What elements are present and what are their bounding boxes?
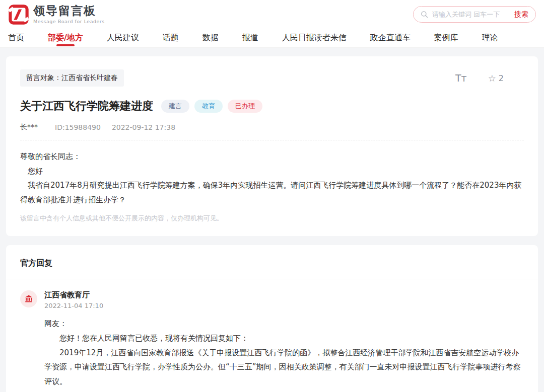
tag-education[interactable]: 教育: [194, 100, 223, 113]
site-logo[interactable]: 领导留言板 Message Board for Leaders: [8, 4, 105, 25]
message-title: 关于江西飞行学院筹建进度: [20, 99, 153, 114]
agency-name: 江西省教育厅: [44, 290, 103, 300]
nav-item-gov-enterprise[interactable]: 政企直通车: [370, 29, 411, 48]
star-favorite-button[interactable]: ☆ 2: [488, 73, 504, 84]
logo-icon: [8, 4, 29, 25]
reply-section-title: 官方回复: [20, 258, 524, 269]
message-paragraph: 我省自2017年8月研究提出江西飞行学院筹建方案，确保3年内实现招生运营。请问江…: [20, 178, 524, 207]
nav-item-reader-letters[interactable]: 人民日报读者来信: [282, 29, 347, 48]
nav-item-case-library[interactable]: 案例库: [434, 29, 458, 48]
reply-paragraph: 网友：: [44, 317, 524, 331]
message-date: 2022-09-12 17:38: [112, 123, 175, 131]
message-paragraph: 尊敬的省长同志：: [20, 149, 524, 164]
logo-subtitle: Message Board for Leaders: [33, 19, 105, 24]
main-nav: 首页 部委/地方 人民建议 话题 数据 报道 人民日报读者来信 政企直通车 案例…: [0, 29, 544, 48]
search-box[interactable]: 搜索: [413, 6, 536, 23]
site-header: 领导留言板 Message Board for Leaders 搜索: [0, 0, 544, 29]
nav-item-topics[interactable]: 话题: [163, 29, 179, 48]
star-icon: ☆: [488, 73, 496, 84]
search-icon: [421, 11, 428, 18]
message-author: 长***: [20, 123, 38, 132]
privacy-note: 该留言中含有个人信息或其他不便公开展示的内容，仅办理机构可见。: [20, 214, 524, 223]
reply-date: 2022-11-04 17:10: [44, 302, 103, 309]
logo-title: 领导留言板: [33, 5, 105, 17]
divider: [6, 279, 538, 279]
tag-suggestion[interactable]: 建言: [161, 100, 189, 113]
nav-item-reports[interactable]: 报道: [242, 29, 258, 48]
reply-paragraph: 您好！您在人民网留言已收悉，现将有关情况回复如下：: [44, 331, 524, 346]
font-size-toggle[interactable]: Tт: [455, 72, 467, 84]
message-target-label: 留言对象：江西省省长叶建春: [20, 69, 124, 87]
search-button[interactable]: 搜索: [514, 10, 528, 19]
star-count: 2: [499, 73, 504, 83]
nav-item-data[interactable]: 数据: [202, 29, 219, 48]
message-id: ID:15988490: [55, 123, 101, 131]
search-input[interactable]: [432, 11, 514, 18]
reply-body: 网友： 您好！您在人民网留言已收悉，现将有关情况回复如下： 2019年12月，江…: [44, 317, 524, 392]
message-card: 留言对象：江西省省长叶建春 Tт ☆ 2 关于江西飞行学院筹建进度 建言 教育 …: [6, 56, 538, 236]
nav-item-ministries-local[interactable]: 部委/地方: [48, 29, 83, 48]
government-building-icon: [24, 294, 33, 303]
agency-avatar: [20, 290, 37, 307]
message-body: 尊敬的省长同志： 您好 我省自2017年8月研究提出江西飞行学院筹建方案，确保3…: [20, 149, 524, 207]
nav-item-people-suggestions[interactable]: 人民建议: [107, 29, 139, 48]
tag-status-handled: 已办理: [228, 100, 262, 113]
nav-item-home[interactable]: 首页: [8, 29, 24, 48]
reply-paragraph: 2019年12月，江西省向国家教育部报送《关于申报设置江西飞行学院的函》，拟整合…: [44, 346, 524, 389]
nav-item-theory[interactable]: 理论: [482, 29, 498, 48]
official-reply-card: 官方回复 江西省教育厅 2022-11-04 17:10 网友： 您好！您在人民…: [6, 245, 538, 392]
reply-paragraph: 后期，教育部印发《关于“十四五”院校设置工作意见》等文件，明确“十三五”规划未完…: [44, 389, 524, 392]
message-paragraph: 您好: [20, 164, 524, 179]
